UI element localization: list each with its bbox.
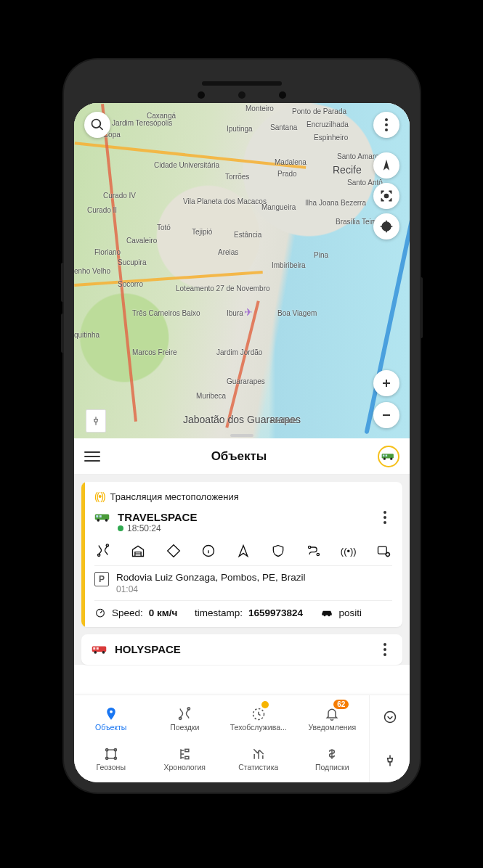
position-label: positi — [339, 607, 362, 618]
panel-filter-button[interactable] — [378, 446, 399, 467]
nav-pin-button[interactable] — [381, 752, 399, 769]
unit-more-button[interactable] — [378, 511, 392, 524]
panel-title: Объекты — [211, 449, 267, 464]
parking-icon: P — [94, 572, 109, 586]
info-icon[interactable] — [201, 544, 216, 558]
route-icon[interactable] — [96, 544, 110, 558]
nav-collapse-button[interactable] — [381, 708, 399, 726]
svg-rect-24 — [93, 647, 95, 650]
compass-button[interactable] — [373, 152, 399, 179]
nav-notifications[interactable]: 62 Уведомления — [296, 700, 370, 738]
svg-rect-12 — [100, 515, 102, 517]
svg-point-17 — [317, 553, 319, 555]
notification-badge: 62 — [333, 700, 349, 709]
phone-frame: ✈ MonteiroCaxangáIputingaJardim Teresópo… — [64, 60, 420, 793]
speed-value: 0 км/ч — [149, 607, 178, 618]
svg-point-16 — [308, 546, 310, 548]
svg-point-23 — [102, 651, 105, 654]
navigation-icon[interactable] — [236, 544, 251, 558]
scan-button[interactable] — [373, 183, 399, 209]
vehicle-icon — [92, 644, 109, 655]
nav-dot-badge — [261, 701, 269, 708]
speed-icon — [94, 607, 106, 618]
svg-point-5 — [390, 457, 392, 459]
timestamp-label: timestamp: — [195, 607, 243, 618]
panel-drag-handle[interactable] — [230, 434, 253, 437]
nav-statistics[interactable]: Статистика — [222, 740, 296, 778]
svg-point-0 — [385, 195, 389, 198]
svg-point-2 — [385, 225, 387, 227]
nav-subscriptions[interactable]: Подписки — [296, 740, 370, 778]
speed-label: Speed: — [112, 607, 143, 618]
unit-more-button[interactable] — [378, 643, 392, 656]
svg-rect-11 — [96, 515, 98, 517]
nav-timeline[interactable]: Хронология — [148, 740, 222, 778]
unit-time: 18:50:24 — [127, 523, 161, 533]
svg-rect-30 — [107, 750, 115, 758]
panel-header: Объекты — [74, 438, 410, 475]
svg-rect-18 — [378, 546, 387, 554]
car-icon — [320, 608, 333, 617]
bottom-navigation: Объекты Поездки Техобслужива... 62 Уведо… — [74, 695, 410, 782]
signal-icon[interactable]: ((•)) — [341, 544, 356, 558]
broadcast-row: ((•)) Трансляция местоположения — [94, 491, 392, 502]
unit-name: TRAVELSPACE — [118, 511, 197, 523]
unit-address: Rodovia Luiz Gonzaga, Pombos, PE, Brazil — [116, 572, 305, 583]
broadcast-icon: ((•)) — [94, 491, 105, 502]
bottom-panel: Объекты ((•)) Трансляция местоположения … — [74, 438, 410, 665]
svg-rect-25 — [97, 647, 99, 650]
zoom-out-button[interactable] — [373, 402, 399, 428]
vehicle-icon — [94, 512, 112, 523]
nav-geozones[interactable]: Геозоны — [74, 740, 148, 778]
location-row: P Rodovia Luiz Gonzaga, Pombos, PE, Braz… — [94, 572, 392, 594]
svg-rect-7 — [386, 454, 388, 456]
metrics-row: Speed: 0 км/ч timestamp: 1659973824 posi… — [94, 607, 392, 618]
map-pin-toggle[interactable] — [86, 409, 106, 433]
nav-trips[interactable]: Поездки — [148, 700, 222, 738]
svg-point-37 — [384, 712, 395, 723]
search-button[interactable] — [84, 112, 110, 138]
app-screen: ✈ MonteiroCaxangáIputingaJardim Teresópo… — [74, 103, 410, 782]
svg-point-10 — [105, 519, 108, 522]
svg-point-4 — [383, 457, 386, 459]
svg-rect-35 — [185, 749, 189, 751]
status-dot-online — [118, 525, 123, 531]
vehicle-icon — [381, 452, 396, 461]
unit-card-holyspace[interactable]: HOLYSPACE — [81, 634, 402, 665]
shield-icon[interactable] — [271, 544, 285, 558]
share-route-icon[interactable] — [307, 544, 321, 558]
unit-name: HOLYSPACE — [115, 643, 181, 655]
svg-point-26 — [110, 710, 113, 713]
map[interactable]: ✈ MonteiroCaxangáIputingaJardim Teresópo… — [74, 103, 410, 438]
unit-action-bar: ((•)) — [96, 544, 391, 558]
svg-rect-6 — [383, 454, 385, 456]
more-options-button[interactable] — [373, 112, 399, 138]
svg-point-13 — [98, 554, 100, 556]
svg-point-9 — [97, 519, 100, 522]
svg-rect-36 — [185, 756, 189, 758]
broadcast-label: Трансляция местоположения — [110, 491, 239, 502]
timestamp-value: 1659973824 — [248, 607, 303, 618]
nav-objects[interactable]: Объекты — [74, 700, 148, 738]
svg-point-22 — [94, 651, 97, 654]
unit-card-travelspace[interactable]: ((•)) Трансляция местоположения TRAVELSP… — [81, 482, 402, 627]
sign-icon[interactable] — [166, 544, 181, 558]
svg-point-27 — [179, 717, 182, 719]
airport-icon: ✈ — [244, 306, 253, 318]
park-duration: 01:04 — [116, 584, 305, 594]
nav-maintenance[interactable]: Техобслужива... — [222, 700, 296, 738]
device-settings-icon[interactable] — [376, 544, 391, 558]
svg-point-19 — [386, 553, 389, 557]
locate-me-button[interactable] — [373, 213, 399, 239]
menu-button[interactable] — [84, 451, 100, 462]
zoom-in-button[interactable] — [373, 370, 399, 396]
garage-icon[interactable] — [131, 544, 145, 558]
